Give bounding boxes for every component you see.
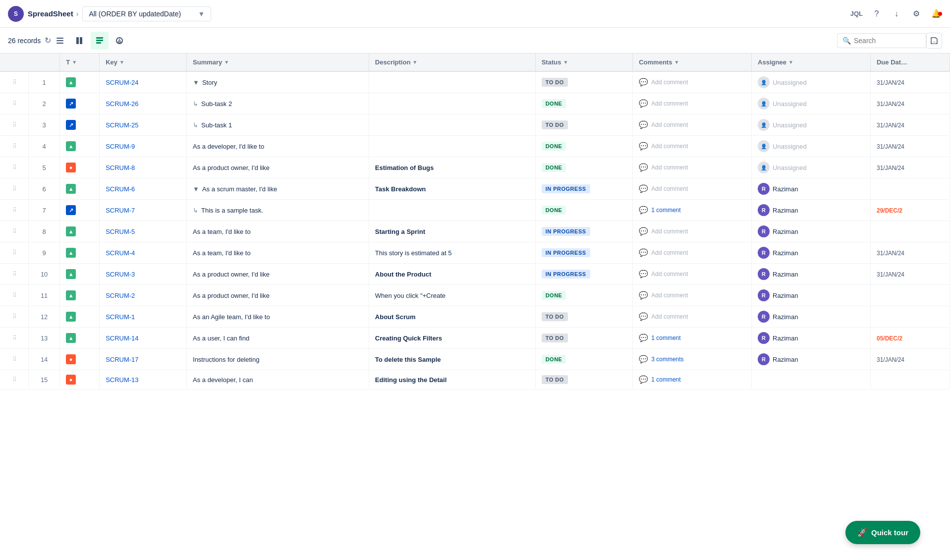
issue-key-link[interactable]: SCRUM-3: [106, 271, 135, 278]
assignee-name: Raziman: [773, 271, 798, 278]
issue-key-link[interactable]: SCRUM-4: [106, 249, 135, 257]
drag-handle[interactable]: ⠿: [0, 136, 29, 157]
status-badge[interactable]: IN PROGRESS: [542, 270, 590, 279]
drag-handle[interactable]: ⠿: [0, 285, 29, 306]
issue-key-link[interactable]: SCRUM-6: [106, 185, 135, 193]
status-badge[interactable]: DONE: [542, 142, 566, 151]
comment-link[interactable]: 3 comments: [651, 356, 683, 363]
status-badge[interactable]: TO DO: [542, 120, 568, 129]
settings-icon[interactable]: ⚙: [910, 8, 922, 20]
drag-handle[interactable]: ⠿: [0, 306, 29, 328]
row-number: 2: [29, 93, 60, 114]
th-duedate[interactable]: Due Dat…: [870, 54, 950, 71]
status-badge[interactable]: DONE: [542, 99, 566, 108]
issue-key-link[interactable]: SCRUM-14: [106, 335, 138, 342]
comment-link[interactable]: 1 comment: [651, 376, 680, 383]
roadmap-view-button[interactable]: [111, 32, 128, 50]
issue-key-link[interactable]: SCRUM-24: [106, 79, 138, 86]
drag-handle[interactable]: ⠿: [0, 114, 29, 136]
add-comment-link[interactable]: Add comment: [651, 185, 688, 192]
refresh-icon[interactable]: ↻: [45, 36, 51, 45]
status-badge[interactable]: DONE: [542, 291, 566, 300]
comment-link[interactable]: 1 comment: [651, 207, 680, 214]
download-icon[interactable]: ↓: [891, 8, 902, 20]
status-badge[interactable]: DONE: [542, 206, 566, 215]
description-cell: Creating Quick Filters: [369, 328, 535, 349]
drag-handle[interactable]: ⠿: [0, 157, 29, 178]
status-badge[interactable]: IN PROGRESS: [542, 248, 590, 257]
help-icon[interactable]: ?: [871, 8, 883, 20]
save-view-icon[interactable]: [926, 33, 942, 49]
summary-cell: As a user, I can find: [187, 328, 369, 349]
drag-handle[interactable]: ⠿: [0, 328, 29, 349]
quick-tour-button[interactable]: 🚀 Quick tour: [845, 521, 920, 544]
th-summary[interactable]: Summary ▼: [187, 54, 369, 71]
add-comment-link[interactable]: Add comment: [651, 100, 688, 107]
th-description[interactable]: Description ▼: [369, 54, 535, 71]
board-view-button[interactable]: [71, 32, 89, 50]
add-comment-link[interactable]: Add comment: [651, 228, 688, 235]
status-badge[interactable]: TO DO: [542, 78, 568, 87]
summary-cell: ▼As a scrum master, I'd like: [187, 178, 369, 200]
drag-handle[interactable]: ⠿: [0, 178, 29, 200]
add-comment-link[interactable]: Add comment: [651, 271, 688, 278]
status-badge[interactable]: TO DO: [542, 334, 568, 342]
drag-handle[interactable]: ⠿: [0, 264, 29, 285]
backlog-view-button[interactable]: [91, 32, 109, 50]
description-text: This story is estimated at 5: [375, 249, 452, 257]
add-comment-link[interactable]: Add comment: [651, 292, 688, 299]
th-assignee[interactable]: Assignee ▼: [752, 54, 871, 71]
due-date-cell: [870, 370, 950, 390]
drag-handle[interactable]: ⠿: [0, 349, 29, 370]
issue-key-link[interactable]: SCRUM-8: [106, 164, 135, 171]
due-date-cell: 29/DEC/2: [870, 200, 950, 221]
th-type[interactable]: T ▼: [60, 54, 100, 71]
issue-key-link[interactable]: SCRUM-13: [106, 376, 138, 384]
add-comment-link[interactable]: Add comment: [651, 164, 688, 171]
drag-handle[interactable]: ⠿: [0, 93, 29, 114]
drag-handle[interactable]: ⠿: [0, 370, 29, 390]
status-badge[interactable]: DONE: [542, 163, 566, 172]
drag-handle[interactable]: ⠿: [0, 221, 29, 242]
search-icon: 🔍: [842, 37, 851, 45]
drag-handle[interactable]: ⠿: [0, 200, 29, 221]
status-badge[interactable]: DONE: [542, 355, 566, 364]
search-input[interactable]: [854, 37, 913, 45]
avatar: R: [758, 311, 770, 323]
drag-handle[interactable]: ⠿: [0, 71, 29, 93]
th-comments[interactable]: Comments ▼: [633, 54, 752, 71]
row-number: 13: [29, 328, 60, 349]
issue-key-link[interactable]: SCRUM-9: [106, 143, 135, 150]
summary-text: As a product owner, I'd like: [193, 271, 270, 278]
add-comment-link[interactable]: Add comment: [651, 249, 688, 256]
add-comment-link[interactable]: Add comment: [651, 79, 688, 86]
add-comment-link[interactable]: Add comment: [651, 121, 688, 128]
th-status[interactable]: Status ▼: [535, 54, 633, 71]
search-box[interactable]: 🔍: [837, 33, 926, 48]
status-badge[interactable]: TO DO: [542, 375, 568, 384]
assignee-cell: 👤 Unassigned: [752, 114, 871, 136]
drag-handle[interactable]: ⠿: [0, 242, 29, 264]
filter-dropdown[interactable]: All (ORDER BY updatedDate) ▼: [82, 6, 211, 21]
status-badge[interactable]: TO DO: [542, 312, 568, 321]
issue-key-link[interactable]: SCRUM-7: [106, 207, 135, 214]
issue-key-link[interactable]: SCRUM-5: [106, 228, 135, 235]
status-badge[interactable]: IN PROGRESS: [542, 184, 590, 193]
row-number: 1: [29, 71, 60, 93]
issue-key-link[interactable]: SCRUM-2: [106, 292, 135, 299]
issue-key-link[interactable]: SCRUM-1: [106, 313, 135, 321]
list-view-button[interactable]: [51, 32, 69, 50]
comment-wrapper: 💬 Add comment: [639, 227, 745, 236]
jql-button[interactable]: JQL: [850, 10, 863, 17]
due-date-cell: 31/JAN/24: [870, 157, 950, 178]
notifications-icon[interactable]: 🔔: [930, 8, 942, 20]
add-comment-link[interactable]: Add comment: [651, 313, 688, 320]
issue-key-link[interactable]: SCRUM-17: [106, 356, 138, 363]
issue-key-link[interactable]: SCRUM-25: [106, 121, 138, 129]
status-badge[interactable]: IN PROGRESS: [542, 227, 590, 236]
issue-key-link[interactable]: SCRUM-26: [106, 100, 138, 108]
comment-link[interactable]: 1 comment: [651, 335, 680, 341]
notification-dot: [938, 12, 942, 16]
th-key[interactable]: Key ▼: [100, 54, 187, 71]
add-comment-link[interactable]: Add comment: [651, 143, 688, 150]
